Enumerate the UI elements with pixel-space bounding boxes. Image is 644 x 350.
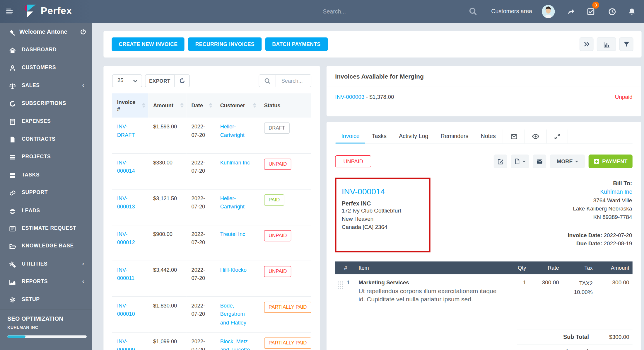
perfex-logo-icon [25,4,36,18]
merge-invoice-link[interactable]: INV-000003 [335,94,364,100]
item-number: 1 [347,280,350,329]
sidebar-item-knowledge-base[interactable]: KNOWLEDGE BASE ‹ [0,238,92,256]
main-content: CREATE NEW INVOICERECURRING INVOICESBATC… [92,23,644,350]
sidebar-item-expenses[interactable]: EXPENSES ‹ [0,113,92,131]
merge-card: Invoices Available for Merging INV-00000… [327,66,641,116]
sidebar-item-contracts[interactable]: CONTRACTS ‹ [0,131,92,149]
customer-link[interactable]: Kuhlman Inc [220,159,250,165]
invoice-table-row: INV-000012 $900.00 2022-07-20 Treutel In… [112,225,311,261]
customer-link[interactable]: Treutel Inc [220,231,245,237]
sidebar-item-subscriptions[interactable]: SUBSCRIPTIONS ‹ [0,95,92,113]
column-header-invoice-[interactable]: Invoice # [112,93,148,118]
chart-view-button[interactable] [597,38,616,51]
merge-title: Invoices Available for Merging [327,66,641,87]
notifications-bell-icon[interactable] [628,8,636,16]
sort-icon [253,103,256,108]
customer-link[interactable]: Bode, Bergstrom and Flatley [220,302,246,325]
fullscreen-tab[interactable] [546,130,568,144]
invoice-link[interactable]: INV-000010 [117,302,135,317]
send-email-button[interactable] [533,154,546,168]
logout-power-icon[interactable] [80,28,87,35]
customers-area-link[interactable]: Customers area [491,8,532,14]
invoice-link[interactable]: INV-000013 [117,195,135,210]
customer-link[interactable]: Heller-Cartwright [220,195,245,210]
tty-icon [9,208,16,215]
toggle-columns-button[interactable] [580,38,594,51]
tab-notes[interactable]: Notes [475,130,502,144]
customer-link[interactable]: Block, Metz and Turcotte [220,338,250,350]
column-header-date[interactable]: Date [187,93,215,118]
list-alt-icon [9,225,16,232]
sidebar-item-sales[interactable]: SALES ‹ [0,77,92,95]
bill-to-address-line2: Lake Kaliberg Nebraska [568,205,632,213]
customer-link[interactable]: Heller-Cartwright [220,123,245,138]
sidebar-item-utilities[interactable]: UTILITIES ‹ [0,256,92,273]
pdf-button[interactable] [511,154,529,168]
share-icon[interactable] [567,8,575,16]
sidebar: Welcome Antone DASHBOARD ‹ CUSTOMERS ‹ S… [0,23,92,350]
bill-to-customer-link[interactable]: Kuhlman Inc [600,188,632,195]
sidebar-item-customers[interactable]: CUSTOMERS ‹ [0,59,92,77]
tab-reminders[interactable]: Reminders [435,130,474,144]
seo-progress-fill [7,335,25,338]
edit-invoice-button[interactable] [494,154,507,168]
invoice-date-cell: 2022-07-20 [187,296,215,332]
seo-progress-bar [7,335,87,338]
filter-button[interactable] [619,38,633,51]
export-button[interactable]: EXPORT [145,74,175,87]
search-icon[interactable] [469,7,477,16]
tab-tasks[interactable]: Tasks [366,130,392,144]
sort-icon [142,103,145,108]
create-new-invoice-button[interactable]: CREATE NEW INVOICE [112,38,185,51]
invoice-link[interactable]: INV-000012 [117,231,135,245]
bill-to-label: Bill To: [568,179,632,188]
tab-invoice[interactable]: Invoice [336,130,365,144]
recurring-invoices-button[interactable]: RECURRING INVOICES [188,38,262,51]
sidebar-item-support[interactable]: SUPPORT ‹ [0,184,92,202]
customer-link[interactable]: Hilll-Klocko [220,266,247,273]
payment-button[interactable]: PAYMENT [589,154,633,168]
invoice-number: INV-000014 [342,187,424,196]
column-header-amount[interactable]: Amount [148,93,186,118]
invoice-link[interactable]: INV-DRAFT [117,123,135,138]
invoice-link[interactable]: INV-000009 [117,338,135,350]
sidebar-item-dashboard[interactable]: DASHBOARD ‹ [0,42,92,60]
invoice-link[interactable]: INV-000011 [117,266,134,281]
todo-check-icon[interactable] [587,8,595,16]
sidebar-item-projects[interactable]: PROJECTS ‹ [0,149,92,166]
timers-clock-icon[interactable] [608,8,616,16]
global-search-input[interactable] [323,5,462,18]
invoices-table: Invoice #AmountDateCustomerStatus INV-DR… [112,93,311,350]
status-badge: PARTIALLY PAID [264,337,311,349]
sidebar-item-leads[interactable]: LEADS ‹ [0,202,92,220]
page-size-select[interactable]: 25 [112,74,142,87]
preview-eye-tab[interactable] [525,130,546,144]
statement-tab[interactable] [503,130,525,144]
column-header-status[interactable]: Status [259,93,311,118]
sidebar-item-reports[interactable]: REPORTS ‹ [0,273,92,291]
company-name: Perfex INC [342,200,424,207]
sidebar-item-tasks[interactable]: TASKS ‹ [0,166,92,184]
reload-button[interactable] [175,74,190,87]
table-search-icon[interactable] [259,75,276,87]
tab-activity-log[interactable]: Activity Log [393,130,434,144]
invoice-amount-cell: $3,442.00 [148,261,186,296]
invoice-date-cell: 2022-07-20 [187,261,215,296]
sidebar-item-estimate-request[interactable]: ESTIMATE REQUEST ‹ [0,220,92,238]
sidebar-item-setup[interactable]: SETUP ‹ [0,291,92,309]
more-button[interactable]: MORE [550,154,585,168]
avatar[interactable] [542,5,555,18]
status-badge: PARTIALLY PAID [264,302,311,313]
invoice-link[interactable]: INV-000014 [117,159,135,174]
company-info-highlight: INV-000014 Perfex INC 172 Ivy Club Gottl… [335,178,430,252]
column-header-customer[interactable]: Customer [215,93,259,118]
seo-widget: SEO OPTIMIZATION KUHLMAN INC [0,310,92,338]
invoice-table-row: INV-000011 $3,442.00 2022-07-20 Hilll-Kl… [112,261,311,296]
subtotal-row: Sub Total $300.00 [517,329,633,344]
menu-toggle-icon[interactable] [6,9,13,14]
drag-handle-icon[interactable] [337,280,343,289]
batch-payments-button[interactable]: BATCH PAYMENTS [265,38,328,51]
table-search-input[interactable] [276,75,311,87]
invoice-tabs: InvoiceTasksActivity LogRemindersNotes [335,122,632,144]
merge-invoice-amount: - $1,378.00 [364,94,394,100]
